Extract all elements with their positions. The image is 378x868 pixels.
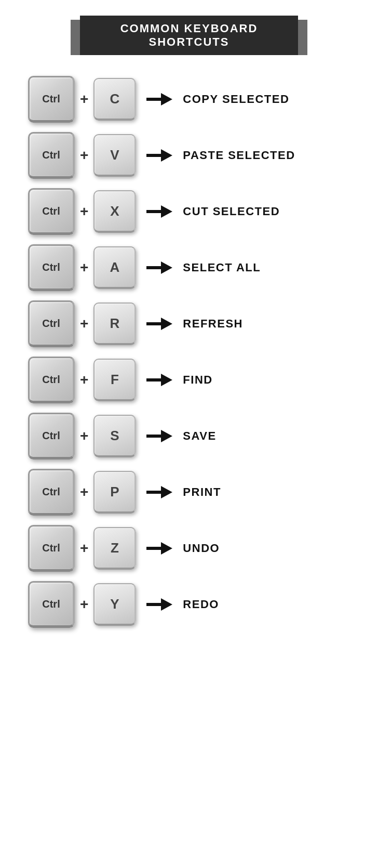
letter-key-1: V bbox=[93, 134, 136, 177]
action-label-2: CUT SELECTED bbox=[183, 205, 280, 218]
svg-rect-16 bbox=[146, 547, 162, 550]
svg-marker-13 bbox=[161, 430, 172, 442]
action-label-9: REDO bbox=[183, 598, 219, 611]
letter-key-5: F bbox=[93, 359, 136, 401]
page: COMMON KEYBOARD SHORTCUTS Ctrl + C COPY … bbox=[0, 0, 378, 868]
arrow-icon-2 bbox=[146, 205, 172, 218]
ctrl-key-4: Ctrl bbox=[28, 300, 75, 347]
letter-key-2: X bbox=[93, 190, 136, 233]
ctrl-key-2: Ctrl bbox=[28, 188, 75, 235]
shortcut-row: Ctrl + S SAVE bbox=[28, 413, 350, 459]
svg-marker-11 bbox=[161, 374, 172, 386]
action-label-4: REFRESH bbox=[183, 317, 243, 331]
ctrl-key-7: Ctrl bbox=[28, 469, 75, 516]
arrow-icon-4 bbox=[146, 318, 172, 330]
plus-sign-8: + bbox=[80, 540, 88, 557]
shortcut-row: Ctrl + X CUT SELECTED bbox=[28, 188, 350, 235]
svg-rect-8 bbox=[146, 322, 162, 325]
plus-sign-9: + bbox=[80, 596, 88, 613]
svg-marker-19 bbox=[161, 598, 172, 611]
ctrl-key-9: Ctrl bbox=[28, 581, 75, 628]
arrow-icon-7 bbox=[146, 486, 172, 498]
shortcut-row: Ctrl + P PRINT bbox=[28, 469, 350, 516]
letter-key-3: A bbox=[93, 246, 136, 289]
svg-marker-1 bbox=[161, 93, 172, 106]
letter-key-9: Y bbox=[93, 583, 136, 626]
svg-marker-15 bbox=[161, 486, 172, 498]
letter-key-6: S bbox=[93, 415, 136, 457]
banner-wrapper: COMMON KEYBOARD SHORTCUTS bbox=[80, 16, 298, 55]
shortcut-row: Ctrl + R REFRESH bbox=[28, 300, 350, 347]
ctrl-key-0: Ctrl bbox=[28, 76, 75, 123]
arrow-icon-6 bbox=[146, 430, 172, 442]
shortcut-row: Ctrl + F FIND bbox=[28, 357, 350, 403]
svg-marker-7 bbox=[161, 261, 172, 274]
plus-sign-2: + bbox=[80, 203, 88, 220]
arrow-icon-0 bbox=[146, 93, 172, 106]
arrow-icon-1 bbox=[146, 149, 172, 162]
page-title: COMMON KEYBOARD SHORTCUTS bbox=[80, 16, 298, 55]
ctrl-key-3: Ctrl bbox=[28, 244, 75, 291]
action-label-0: COPY SELECTED bbox=[183, 93, 289, 106]
svg-rect-0 bbox=[146, 98, 162, 101]
shortcut-row: Ctrl + V PASTE SELECTED bbox=[28, 132, 350, 179]
action-label-1: PASTE SELECTED bbox=[183, 149, 295, 162]
arrow-icon-8 bbox=[146, 542, 172, 555]
svg-marker-5 bbox=[161, 205, 172, 218]
action-label-7: PRINT bbox=[183, 485, 221, 499]
plus-sign-0: + bbox=[80, 91, 88, 108]
plus-sign-6: + bbox=[80, 428, 88, 444]
shortcut-row: Ctrl + Z UNDO bbox=[28, 525, 350, 572]
svg-rect-6 bbox=[146, 266, 162, 269]
action-label-6: SAVE bbox=[183, 429, 216, 443]
svg-rect-2 bbox=[146, 154, 162, 157]
action-label-5: FIND bbox=[183, 373, 212, 387]
arrow-icon-9 bbox=[146, 598, 172, 611]
svg-rect-14 bbox=[146, 491, 162, 494]
ctrl-key-6: Ctrl bbox=[28, 413, 75, 459]
action-label-3: SELECT ALL bbox=[183, 261, 261, 274]
svg-rect-12 bbox=[146, 435, 162, 438]
letter-key-8: Z bbox=[93, 527, 136, 570]
svg-marker-3 bbox=[161, 149, 172, 162]
shortcuts-list: Ctrl + C COPY SELECTED Ctrl + V PASTE SE… bbox=[10, 76, 368, 628]
svg-rect-18 bbox=[146, 603, 162, 606]
svg-marker-17 bbox=[161, 542, 172, 555]
plus-sign-3: + bbox=[80, 259, 88, 276]
letter-key-4: R bbox=[93, 303, 136, 345]
ctrl-key-5: Ctrl bbox=[28, 357, 75, 403]
shortcut-row: Ctrl + Y REDO bbox=[28, 581, 350, 628]
svg-rect-10 bbox=[146, 378, 162, 382]
letter-key-0: C bbox=[93, 78, 136, 121]
shortcut-row: Ctrl + A SELECT ALL bbox=[28, 244, 350, 291]
plus-sign-4: + bbox=[80, 315, 88, 332]
plus-sign-5: + bbox=[80, 372, 88, 388]
ctrl-key-8: Ctrl bbox=[28, 525, 75, 572]
ctrl-key-1: Ctrl bbox=[28, 132, 75, 179]
letter-key-7: P bbox=[93, 471, 136, 514]
arrow-icon-5 bbox=[146, 374, 172, 386]
arrow-icon-3 bbox=[146, 261, 172, 274]
plus-sign-1: + bbox=[80, 147, 88, 164]
svg-rect-4 bbox=[146, 210, 162, 213]
svg-marker-9 bbox=[161, 318, 172, 330]
shortcut-row: Ctrl + C COPY SELECTED bbox=[28, 76, 350, 123]
action-label-8: UNDO bbox=[183, 542, 220, 555]
plus-sign-7: + bbox=[80, 484, 88, 501]
